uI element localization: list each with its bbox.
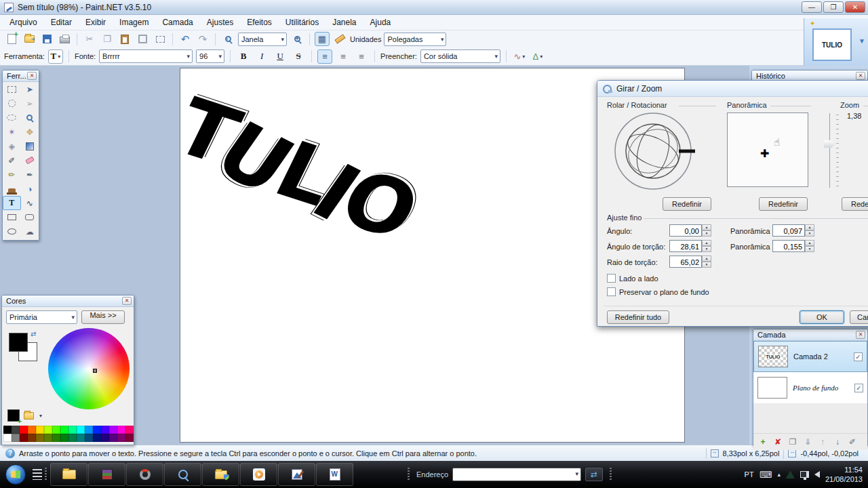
add-layer-button[interactable]: + [757, 437, 768, 447]
align-left-button[interactable]: ≡ [317, 49, 332, 64]
palette-swatch[interactable] [20, 434, 28, 442]
layer-row-fundo[interactable]: Plano de fundo ✓ [753, 372, 867, 403]
palette-swatch[interactable] [12, 434, 20, 442]
quick-launch-icon[interactable] [33, 469, 42, 480]
color-wheel[interactable] [48, 328, 130, 409]
align-center-button[interactable]: ≡ [336, 49, 351, 64]
taskbar-search-button[interactable] [164, 463, 201, 486]
italic-button[interactable]: I [254, 49, 269, 64]
open-button[interactable] [22, 32, 37, 46]
zoom-mode-dropdown[interactable]: Janela [238, 33, 287, 46]
tool-zoom[interactable] [21, 110, 39, 125]
underline-button[interactable]: U [273, 49, 288, 64]
palette-swatch[interactable] [20, 426, 28, 434]
palette-swatch[interactable] [109, 434, 117, 442]
pan-x-field[interactable] [772, 224, 805, 237]
zoom-in-button[interactable]: + [290, 32, 304, 46]
raio-torcao-spinner[interactable]: ▲▼ [702, 256, 711, 268]
palette-swatch[interactable] [52, 434, 60, 442]
palette-swatch[interactable] [68, 434, 77, 442]
copy-button[interactable]: ❐ [100, 32, 115, 46]
palette-swatch[interactable] [109, 426, 117, 434]
layer-properties-button[interactable]: ✐ [847, 437, 858, 447]
crop-button[interactable] [135, 32, 150, 46]
ruler-toggle-button[interactable] [332, 32, 347, 46]
palette-swatch[interactable] [85, 426, 93, 434]
close-icon[interactable]: ✕ [27, 72, 37, 80]
menu-item[interactable]: Utilitários [279, 15, 326, 30]
tool-rounded-rectangle[interactable] [21, 210, 39, 224]
palette-swatch[interactable] [117, 434, 125, 442]
preservar-fundo-checkbox[interactable] [607, 287, 616, 296]
pan-y-spinner[interactable]: ▲▼ [805, 240, 814, 252]
palette-swatch[interactable] [60, 426, 68, 434]
undo-button[interactable]: ↶ [178, 32, 193, 46]
pan-x-spinner[interactable]: ▲▼ [805, 224, 814, 237]
color-mode-dropdown[interactable]: Primária [6, 310, 77, 324]
clock[interactable]: 11:54 21/08/2013 [825, 465, 863, 485]
palette-swatch[interactable] [77, 426, 85, 434]
palette-swatch[interactable] [101, 426, 109, 434]
taskbar-word-button[interactable] [316, 463, 353, 486]
print-button[interactable] [57, 32, 72, 46]
delete-layer-button[interactable]: ✘ [772, 437, 783, 447]
fill-style-dropdown[interactable]: Cor sólida [420, 49, 500, 63]
swap-colors-icon[interactable]: ⇄ [31, 330, 36, 338]
taskbar-explorer-button[interactable] [50, 463, 87, 486]
palette-swatch[interactable] [52, 426, 60, 434]
font-size-dropdown[interactable]: 96 [196, 49, 224, 63]
current-tool-button[interactable]: T ▾ [48, 49, 63, 64]
palette-swatch[interactable] [44, 426, 52, 434]
minimize-button[interactable]: — [802, 1, 822, 13]
taskbar-winrar-button[interactable] [88, 463, 125, 486]
font-dropdown[interactable]: Brrrrr [99, 49, 193, 63]
zoom-out-button[interactable]: - [220, 32, 235, 46]
palette-swatch[interactable] [93, 426, 101, 434]
tool-freeform-shape[interactable]: ☁ [21, 224, 39, 239]
layer-visible-checkbox[interactable]: ✓ [854, 352, 863, 361]
palette-swatch[interactable] [44, 434, 52, 442]
ok-button[interactable]: OK [800, 310, 844, 324]
palette-swatch[interactable] [93, 434, 101, 442]
redo-button[interactable]: ↷ [195, 32, 210, 46]
tool-move-pixels[interactable]: ➤ [21, 82, 39, 96]
antivirus-icon[interactable] [786, 470, 795, 479]
tools-window-titlebar[interactable]: Ferr... ✕ [3, 70, 39, 82]
antialiasing-button[interactable]: ∿▾ [512, 49, 527, 64]
palette-swatch[interactable] [3, 434, 12, 442]
menu-item[interactable]: Camada [155, 15, 199, 30]
close-icon[interactable]: ✕ [122, 297, 132, 305]
raio-torcao-field[interactable] [669, 256, 702, 268]
palette-swatch[interactable] [12, 426, 20, 434]
menu-item[interactable]: Editar [44, 15, 79, 30]
palette-swatch[interactable] [3, 426, 12, 434]
angulo-spinner[interactable]: ▲▼ [702, 224, 711, 237]
palette-swatch[interactable] [28, 434, 36, 442]
menu-item[interactable]: Janela [326, 15, 363, 30]
mais-button[interactable]: Mais >> [81, 310, 125, 324]
palette-folder-icon[interactable] [24, 412, 34, 420]
tool-recolor[interactable]: ◑ [21, 182, 39, 196]
dialog-titlebar[interactable]: Girar / Zoom [597, 81, 868, 97]
tool-move-selection[interactable]: ➢ [21, 96, 39, 110]
tool-text[interactable]: T [3, 196, 21, 210]
camada-titlebar[interactable]: Camada ✕ [753, 329, 867, 341]
cores-titlebar[interactable]: Cores ✕ [2, 296, 134, 307]
pan-y-field[interactable] [772, 240, 805, 252]
language-indicator[interactable]: PT [745, 470, 754, 479]
duplicate-layer-button[interactable]: ❐ [787, 437, 798, 447]
layer-row-camada2[interactable]: TULIO Camada 2 ✓ [753, 341, 867, 372]
palette-swatch[interactable] [68, 426, 77, 434]
move-layer-down-button[interactable]: ↓ [832, 437, 843, 447]
address-input[interactable] [452, 468, 581, 481]
tool-color-picker[interactable]: ✒ [21, 167, 39, 182]
palette-swatch[interactable] [77, 434, 85, 442]
menu-item[interactable]: Efeitos [240, 15, 279, 30]
show-hidden-icons[interactable]: ▴ [777, 471, 781, 478]
palette-swatch[interactable] [36, 426, 44, 434]
menu-item[interactable]: Ajuda [363, 15, 398, 30]
chevron-down-icon[interactable]: ▾ [39, 413, 42, 419]
tool-ellipse[interactable] [3, 224, 21, 239]
redefinir-roll-button[interactable]: Redefinir [663, 197, 711, 211]
primary-color-swatch[interactable] [9, 333, 28, 352]
